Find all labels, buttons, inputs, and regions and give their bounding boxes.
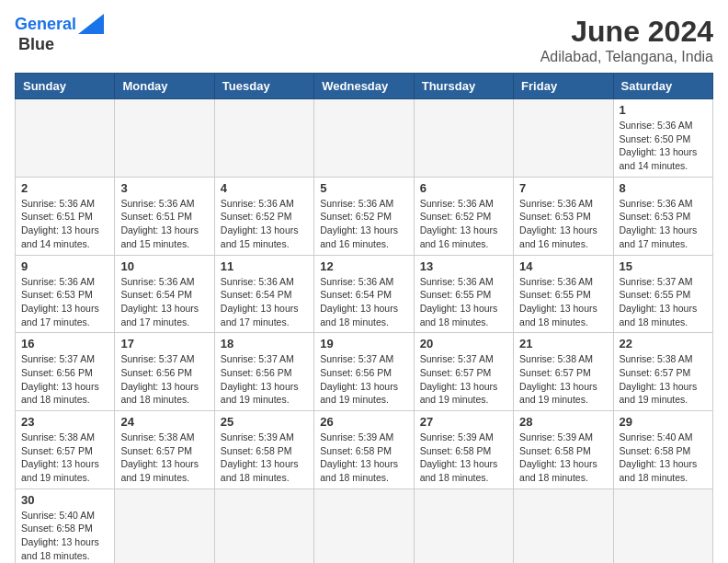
- calendar-cell: 6Sunrise: 5:36 AMSunset: 6:52 PMDaylight…: [414, 177, 513, 255]
- day-info: Sunrise: 5:39 AMSunset: 6:58 PMDaylight:…: [519, 431, 607, 485]
- day-number: 28: [519, 415, 607, 429]
- logo-blue: Blue: [18, 35, 54, 54]
- week-row-5: 23Sunrise: 5:38 AMSunset: 6:57 PMDayligh…: [16, 411, 713, 489]
- day-info: Sunrise: 5:36 AMSunset: 6:55 PMDaylight:…: [519, 275, 607, 329]
- day-header-sunday: Sunday: [16, 74, 115, 99]
- title-section: June 2024 Adilabad, Telangana, India: [540, 15, 713, 65]
- day-number: 11: [221, 259, 308, 273]
- day-info: Sunrise: 5:39 AMSunset: 6:58 PMDaylight:…: [221, 431, 308, 485]
- calendar-cell: [214, 488, 313, 563]
- calendar-cell: 16Sunrise: 5:37 AMSunset: 6:56 PMDayligh…: [16, 333, 115, 411]
- day-header-thursday: Thursday: [414, 74, 513, 99]
- day-info: Sunrise: 5:38 AMSunset: 6:57 PMDaylight:…: [21, 431, 108, 485]
- svg-marker-0: [78, 14, 104, 34]
- day-number: 20: [420, 337, 507, 350]
- day-header-saturday: Saturday: [613, 74, 712, 99]
- day-info: Sunrise: 5:36 AMSunset: 6:55 PMDaylight:…: [420, 275, 507, 329]
- day-number: 29: [620, 415, 707, 429]
- day-header-monday: Monday: [115, 74, 214, 99]
- day-number: 7: [519, 181, 607, 195]
- day-header-tuesday: Tuesday: [214, 74, 313, 99]
- day-number: 4: [221, 181, 308, 195]
- day-info: Sunrise: 5:36 AMSunset: 6:52 PMDaylight:…: [320, 197, 407, 251]
- calendar-cell: 25Sunrise: 5:39 AMSunset: 6:58 PMDayligh…: [214, 411, 313, 489]
- day-info: Sunrise: 5:37 AMSunset: 6:56 PMDaylight:…: [120, 352, 208, 407]
- day-header-friday: Friday: [514, 74, 613, 99]
- calendar-cell: [115, 488, 214, 563]
- day-number: 22: [620, 337, 707, 350]
- location-subtitle: Adilabad, Telangana, India: [540, 49, 713, 65]
- month-year-title: June 2024: [540, 15, 713, 49]
- calendar-cell: [514, 488, 613, 563]
- calendar-cell: [314, 99, 414, 178]
- day-number: 16: [21, 337, 108, 350]
- page-header: General Blue June 2024 Adilabad, Telanga…: [15, 15, 713, 65]
- calendar-cell: 9Sunrise: 5:36 AMSunset: 6:53 PMDaylight…: [16, 255, 115, 333]
- calendar-cell: 10Sunrise: 5:36 AMSunset: 6:54 PMDayligh…: [115, 255, 214, 333]
- day-number: 6: [420, 181, 507, 195]
- day-info: Sunrise: 5:39 AMSunset: 6:58 PMDaylight:…: [320, 431, 407, 485]
- calendar-cell: 5Sunrise: 5:36 AMSunset: 6:52 PMDaylight…: [314, 177, 414, 255]
- calendar-cell: [514, 99, 613, 178]
- day-info: Sunrise: 5:40 AMSunset: 6:58 PMDaylight:…: [21, 509, 108, 563]
- week-row-3: 9Sunrise: 5:36 AMSunset: 6:53 PMDaylight…: [16, 255, 713, 333]
- day-number: 23: [21, 415, 108, 429]
- day-info: Sunrise: 5:36 AMSunset: 6:53 PMDaylight:…: [620, 197, 707, 251]
- day-info: Sunrise: 5:36 AMSunset: 6:50 PMDaylight:…: [620, 119, 707, 173]
- day-number: 30: [21, 493, 108, 507]
- week-row-6: 30Sunrise: 5:40 AMSunset: 6:58 PMDayligh…: [16, 488, 713, 563]
- day-number: 13: [420, 259, 507, 273]
- day-info: Sunrise: 5:36 AMSunset: 6:52 PMDaylight:…: [221, 197, 308, 251]
- calendar-cell: 8Sunrise: 5:36 AMSunset: 6:53 PMDaylight…: [613, 177, 712, 255]
- calendar-cell: 22Sunrise: 5:38 AMSunset: 6:57 PMDayligh…: [613, 333, 712, 411]
- day-info: Sunrise: 5:37 AMSunset: 6:55 PMDaylight:…: [620, 275, 707, 329]
- calendar-cell: 24Sunrise: 5:38 AMSunset: 6:57 PMDayligh…: [115, 411, 214, 489]
- day-number: 12: [320, 259, 407, 273]
- day-number: 15: [620, 259, 707, 273]
- day-info: Sunrise: 5:36 AMSunset: 6:54 PMDaylight:…: [120, 275, 208, 329]
- day-number: 8: [620, 181, 707, 195]
- calendar-cell: [414, 488, 513, 563]
- day-number: 21: [519, 337, 607, 350]
- calendar-cell: 18Sunrise: 5:37 AMSunset: 6:56 PMDayligh…: [214, 333, 313, 411]
- day-number: 2: [21, 181, 108, 195]
- day-number: 5: [320, 181, 407, 195]
- day-info: Sunrise: 5:36 AMSunset: 6:54 PMDaylight:…: [221, 275, 308, 329]
- day-header-wednesday: Wednesday: [314, 74, 414, 99]
- calendar-cell: 23Sunrise: 5:38 AMSunset: 6:57 PMDayligh…: [16, 411, 115, 489]
- day-info: Sunrise: 5:37 AMSunset: 6:57 PMDaylight:…: [420, 352, 507, 407]
- day-number: 18: [221, 337, 308, 350]
- day-number: 14: [519, 259, 607, 273]
- calendar-cell: 15Sunrise: 5:37 AMSunset: 6:55 PMDayligh…: [613, 255, 712, 333]
- calendar-cell: 14Sunrise: 5:36 AMSunset: 6:55 PMDayligh…: [514, 255, 613, 333]
- day-number: 17: [120, 337, 208, 350]
- day-info: Sunrise: 5:38 AMSunset: 6:57 PMDaylight:…: [620, 352, 707, 407]
- calendar-cell: [414, 99, 513, 178]
- week-row-4: 16Sunrise: 5:37 AMSunset: 6:56 PMDayligh…: [16, 333, 713, 411]
- calendar-cell: 7Sunrise: 5:36 AMSunset: 6:53 PMDaylight…: [514, 177, 613, 255]
- day-info: Sunrise: 5:36 AMSunset: 6:53 PMDaylight:…: [21, 275, 108, 329]
- calendar-cell: [613, 488, 712, 563]
- day-number: 24: [120, 415, 208, 429]
- day-info: Sunrise: 5:36 AMSunset: 6:51 PMDaylight:…: [120, 197, 208, 251]
- calendar-cell: [16, 99, 115, 178]
- day-info: Sunrise: 5:38 AMSunset: 6:57 PMDaylight:…: [519, 352, 607, 407]
- calendar-cell: 2Sunrise: 5:36 AMSunset: 6:51 PMDaylight…: [16, 177, 115, 255]
- calendar-cell: 1Sunrise: 5:36 AMSunset: 6:50 PMDaylight…: [613, 99, 712, 178]
- day-info: Sunrise: 5:36 AMSunset: 6:51 PMDaylight:…: [21, 197, 108, 251]
- day-number: 3: [120, 181, 208, 195]
- logo-icon: [78, 14, 104, 34]
- day-info: Sunrise: 5:37 AMSunset: 6:56 PMDaylight:…: [320, 352, 407, 407]
- calendar-cell: 19Sunrise: 5:37 AMSunset: 6:56 PMDayligh…: [314, 333, 414, 411]
- day-number: 25: [221, 415, 308, 429]
- calendar-cell: 3Sunrise: 5:36 AMSunset: 6:51 PMDaylight…: [115, 177, 214, 255]
- calendar-cell: 30Sunrise: 5:40 AMSunset: 6:58 PMDayligh…: [16, 488, 115, 563]
- week-row-1: 1Sunrise: 5:36 AMSunset: 6:50 PMDaylight…: [16, 99, 713, 178]
- calendar-cell: 11Sunrise: 5:36 AMSunset: 6:54 PMDayligh…: [214, 255, 313, 333]
- calendar-cell: 4Sunrise: 5:36 AMSunset: 6:52 PMDaylight…: [214, 177, 313, 255]
- calendar-cell: [214, 99, 313, 178]
- day-number: 19: [320, 337, 407, 350]
- day-info: Sunrise: 5:37 AMSunset: 6:56 PMDaylight:…: [221, 352, 308, 407]
- calendar-cell: 17Sunrise: 5:37 AMSunset: 6:56 PMDayligh…: [115, 333, 214, 411]
- day-info: Sunrise: 5:36 AMSunset: 6:52 PMDaylight:…: [420, 197, 507, 251]
